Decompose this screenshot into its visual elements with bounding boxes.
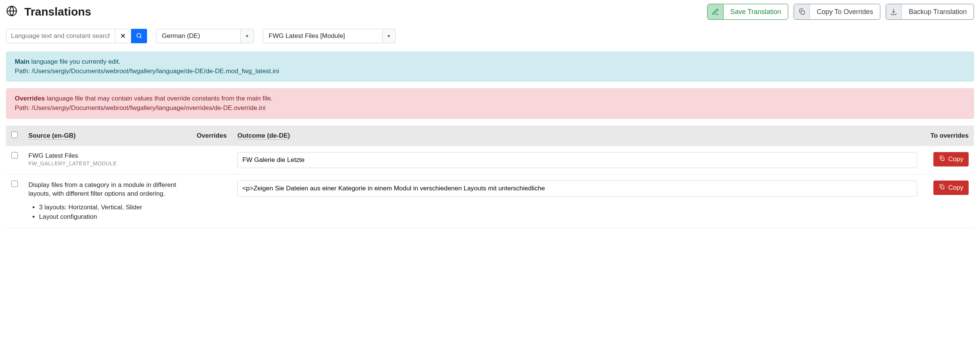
copy-row-label: Copy [948, 184, 963, 192]
copy-to-overrides-button[interactable]: Copy To Overrides [794, 4, 880, 20]
close-icon: ✕ [120, 32, 126, 40]
chevron-down-icon: ▼ [382, 29, 396, 43]
page-header: Translations Save Translation Copy To Ov… [6, 4, 974, 20]
save-translation-button[interactable]: Save Translation [707, 4, 788, 20]
clear-search-button[interactable]: ✕ [115, 29, 131, 43]
translations-table: Source (en-GB) Overrides Outcome (de-DE)… [6, 126, 974, 228]
search-button[interactable] [131, 29, 147, 43]
main-strong: Main [15, 58, 30, 65]
search-icon [136, 32, 143, 40]
svg-rect-4 [941, 186, 944, 189]
globe-icon [6, 5, 18, 18]
over-path-label: Path: [15, 104, 30, 112]
main-path: /Users/sergiy/Documents/webroot/fwgaller… [32, 67, 279, 75]
copy-icon [939, 155, 945, 163]
row-checkbox[interactable] [11, 152, 18, 158]
svg-rect-3 [941, 157, 944, 160]
copy-row-label: Copy [948, 155, 963, 163]
chevron-down-icon: ▼ [240, 29, 254, 43]
overrides-file-alert: Overrides language file that may contain… [6, 88, 974, 118]
language-select-value: German (DE) [156, 29, 240, 43]
copy-row-button[interactable]: Copy [933, 181, 969, 195]
page-title: Translations [24, 5, 91, 18]
col-to-overrides: To overrides [923, 126, 974, 146]
main-file-alert: Main language file you currently edit. P… [6, 51, 974, 82]
search-input[interactable] [6, 29, 115, 43]
backup-translation-label: Backup Translation [902, 4, 974, 19]
save-translation-label: Save Translation [724, 4, 788, 19]
filter-bar: ✕ German (DE) ▼ FWG Latest Files [Module… [6, 29, 974, 43]
main-text: language file you currently edit. [31, 58, 120, 65]
language-select[interactable]: German (DE) ▼ [156, 29, 254, 43]
svg-point-2 [137, 34, 141, 38]
search-group: ✕ [6, 29, 147, 43]
source-title: FWG Latest Files [29, 152, 186, 160]
svg-rect-1 [801, 11, 804, 14]
outcome-input[interactable] [237, 152, 917, 168]
list-item: Layout configuration [39, 213, 186, 222]
copy-row-button[interactable]: Copy [933, 152, 969, 166]
table-row: Display files from a category in a modul… [6, 174, 974, 228]
title-group: Translations [6, 5, 91, 18]
source-desc: Display files from a category in a modul… [29, 181, 186, 199]
list-item: 3 layouts: Horizontal, Vertical, Slider [39, 203, 186, 213]
action-buttons: Save Translation Copy To Overrides Backu… [707, 4, 974, 20]
col-overrides: Overrides [191, 126, 232, 146]
extension-select-value: FWG Latest Files [Module] [263, 29, 382, 43]
row-checkbox[interactable] [11, 181, 18, 187]
main-path-label: Path: [15, 67, 30, 75]
copy-icon [939, 184, 945, 192]
backup-translation-button[interactable]: Backup Translation [886, 4, 974, 20]
source-bullets: 3 layouts: Horizontal, Vertical, Slider … [39, 203, 186, 222]
copy-to-overrides-label: Copy To Overrides [810, 4, 880, 19]
outcome-input[interactable] [237, 181, 917, 197]
col-source[interactable]: Source (en-GB) [23, 126, 191, 146]
extension-select[interactable]: FWG Latest Files [Module] ▼ [263, 29, 396, 43]
source-constant: FW_GALLERY_LATEST_MODULE [29, 160, 186, 166]
col-outcome[interactable]: Outcome (de-DE) [232, 126, 923, 146]
select-all-checkbox[interactable] [11, 132, 18, 138]
table-header-row: Source (en-GB) Overrides Outcome (de-DE)… [6, 126, 974, 146]
table-row: FWG Latest Files FW_GALLERY_LATEST_MODUL… [6, 146, 974, 174]
over-text: language file that may contain values th… [47, 95, 272, 102]
over-strong: Overrides [15, 95, 45, 102]
over-path: /Users/sergiy/Documents/webroot/fwgaller… [32, 104, 265, 112]
download-icon [886, 4, 902, 19]
copy-icon [794, 4, 810, 19]
edit-icon [708, 4, 724, 19]
